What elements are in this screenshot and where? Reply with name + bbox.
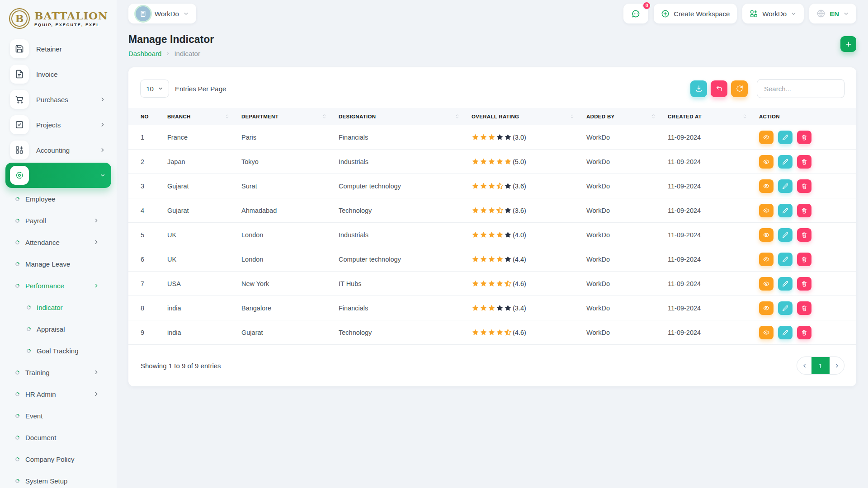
star-full-icon — [488, 231, 495, 239]
brand-tagline: EQUIP, EXECUTE, EXEL — [34, 23, 108, 27]
eye-icon — [763, 305, 769, 311]
sidebar-item-retainer[interactable]: Retainer — [5, 36, 111, 61]
view-button[interactable] — [759, 131, 774, 144]
sidebar-item-company-policy[interactable]: Company Policy — [5, 448, 111, 470]
column-header-added-by[interactable]: ADDED BY — [586, 108, 668, 125]
delete-button[interactable] — [797, 179, 811, 193]
edit-button[interactable] — [778, 301, 793, 315]
cell-actions — [759, 247, 856, 272]
sidebar-item-label: Performance — [25, 282, 64, 290]
sidebar-item-invoice[interactable]: Invoice — [5, 61, 111, 87]
eye-icon — [763, 256, 769, 263]
sidebar-item-system-setup[interactable]: System Setup — [5, 470, 111, 488]
edit-button[interactable] — [778, 131, 793, 144]
delete-button[interactable] — [797, 277, 811, 291]
view-button[interactable] — [759, 228, 774, 242]
star-empty-icon — [504, 206, 512, 214]
delete-button[interactable] — [797, 301, 811, 315]
star-full-icon — [488, 328, 495, 336]
export-button[interactable] — [690, 80, 707, 97]
view-button[interactable] — [759, 155, 774, 169]
sidebar-item-accounting[interactable]: Accounting — [5, 137, 111, 163]
delete-button[interactable] — [797, 131, 811, 144]
edit-button[interactable] — [778, 204, 793, 217]
star-empty-icon — [496, 133, 504, 141]
pagination-prev-button[interactable] — [797, 357, 811, 375]
column-header-designation[interactable]: DESIGNATION — [339, 108, 472, 125]
refresh-icon — [736, 85, 743, 92]
sidebar-item-manage-leave[interactable]: Manage Leave — [5, 253, 111, 275]
language-selector[interactable]: EN — [809, 4, 856, 23]
cell-department: London — [241, 223, 339, 247]
delete-button[interactable] — [797, 155, 811, 169]
sidebar-item-event[interactable]: Event — [5, 405, 111, 427]
reset-button[interactable] — [711, 80, 727, 97]
messages-button[interactable]: 0 — [623, 4, 648, 23]
pagination-page-button[interactable]: 1 — [811, 357, 830, 375]
workspace-dropdown[interactable]: WorkDo — [742, 4, 804, 23]
view-button[interactable] — [759, 326, 774, 339]
view-button[interactable] — [759, 277, 774, 291]
sidebar-item-performance[interactable]: Performance — [5, 275, 111, 296]
column-header-created-at[interactable]: CREATED AT — [668, 108, 759, 125]
sidebar-item-document[interactable]: Document — [5, 427, 111, 448]
brand-logo[interactable]: B BATTALION EQUIP, EXECUTE, EXEL — [5, 6, 111, 35]
sidebar-item-employee[interactable]: Employee — [5, 188, 111, 210]
cell-rating: (3.4) — [472, 296, 586, 320]
bullet-icon — [14, 218, 20, 224]
cell-rating: (4.6) — [472, 320, 586, 345]
view-button[interactable] — [759, 301, 774, 315]
view-button[interactable] — [759, 253, 774, 266]
cell-no: 2 — [128, 150, 167, 174]
column-label: NO — [141, 114, 149, 119]
cart-icon — [10, 90, 29, 109]
view-button[interactable] — [759, 204, 774, 217]
workspace-selector[interactable]: WorkDo — [128, 4, 196, 23]
column-header-overall-rating[interactable]: OVERALL RATING — [472, 108, 586, 125]
sidebar-item-purchases[interactable]: Purchases — [5, 87, 111, 112]
edit-button[interactable] — [778, 253, 793, 266]
sidebar-item-hrm[interactable]: HRM — [5, 163, 111, 188]
sidebar-item-payroll[interactable]: Payroll — [5, 210, 111, 231]
sidebar-item-attendance[interactable]: Attendance — [5, 231, 111, 253]
create-workspace-button[interactable]: Create Workspace — [654, 4, 737, 23]
cell-created-at: 11-09-2024 — [668, 198, 759, 223]
star-full-icon — [472, 304, 479, 312]
sidebar-item-hr-admin[interactable]: HR Admin — [5, 383, 111, 405]
column-header-branch[interactable]: BRANCH — [167, 108, 241, 125]
edit-button[interactable] — [778, 179, 793, 193]
building-icon — [136, 6, 151, 21]
undo-icon — [716, 85, 723, 92]
delete-button[interactable] — [797, 204, 811, 217]
delete-button[interactable] — [797, 228, 811, 242]
sidebar-item-appraisal[interactable]: Appraisal — [5, 318, 111, 340]
edit-button[interactable] — [778, 326, 793, 339]
star-full-icon — [472, 328, 479, 336]
pencil-icon — [782, 207, 788, 214]
add-indicator-button[interactable] — [840, 36, 856, 52]
sort-icon — [651, 113, 657, 120]
breadcrumb-dashboard-link[interactable]: Dashboard — [128, 50, 161, 57]
sidebar-item-projects[interactable]: Projects — [5, 112, 111, 137]
edit-button[interactable] — [778, 228, 793, 242]
column-header-department[interactable]: DEPARTMENT — [241, 108, 339, 125]
column-header-no: NO — [128, 108, 167, 125]
sort-icon — [225, 113, 231, 120]
delete-button[interactable] — [797, 326, 811, 339]
pagination-next-button[interactable] — [830, 357, 844, 375]
chevron-down-icon — [791, 11, 797, 17]
search-input[interactable] — [757, 79, 844, 98]
star-full-icon — [496, 255, 504, 263]
refresh-button[interactable] — [731, 80, 748, 97]
eye-icon — [763, 281, 769, 287]
sidebar-item-training[interactable]: Training — [5, 361, 111, 383]
entries-per-page-select[interactable]: 10 — [140, 80, 169, 98]
sidebar-item-goal-tracking[interactable]: Goal Tracking — [5, 340, 111, 361]
edit-button[interactable] — [778, 155, 793, 169]
delete-button[interactable] — [797, 253, 811, 266]
sidebar-item-indicator[interactable]: Indicator — [5, 296, 111, 318]
edit-button[interactable] — [778, 277, 793, 291]
cell-no: 5 — [128, 223, 167, 247]
view-button[interactable] — [759, 179, 774, 193]
chevron-right-icon — [99, 147, 106, 153]
